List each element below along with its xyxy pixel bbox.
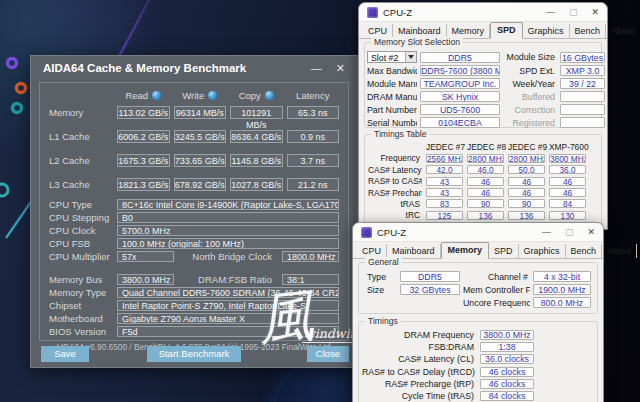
dropdown-button[interactable] [405,52,416,62]
start-benchmark-button[interactable]: Start Benchmark [147,346,241,362]
north-bridge-clock-value: 1800.0 MHz [282,251,339,262]
dram-frequency-label: DRAM Frequency [362,330,476,340]
buffered-label: Buffered [503,92,557,102]
cas-latency-cl-value: 36.0 clocks [480,354,534,364]
cpuz-window-title: CPU-Z [383,7,412,18]
row-label: CPU Clock [49,225,113,236]
cas-latency-label: CAS# Latency [368,165,422,175]
minimize-icon[interactable]: — [542,228,551,237]
l2-latency-value: 3.7 ns [287,154,340,167]
memory-read-value: 113.02 GB/s [117,106,170,119]
ras-precharge-value: 43 [426,188,463,197]
teal-ring [13,104,22,113]
spd-ext-value: XMP 3.0 [560,65,605,76]
cpuz-memory-titlebar[interactable]: CPU-Z — ▢ ✕ [353,223,603,242]
tab-mainboard[interactable]: Mainboard [393,24,447,38]
tab-graphics[interactable]: Graphics [519,244,566,258]
latency-column-label: Latency [296,90,329,101]
row-label: Memory Bus [49,274,113,285]
tab-memory[interactable]: Memory [441,242,490,259]
close-icon[interactable]: ✕ [587,228,595,237]
cpu-multiplier-value: 57x [117,251,174,262]
cpuz-app-icon [361,227,372,238]
uncore-frequency-label: Uncore Frequency [463,298,530,308]
tab-spd[interactable]: SPD [490,22,523,39]
tab-cpu[interactable]: CPU [357,244,387,258]
tras-value: 83 [426,199,463,208]
xmp-column-header: XMP-7600 [549,142,586,152]
cpuz-spd-titlebar[interactable]: CPU-Z — ▢ ✕ [359,3,607,22]
l2-read-value: 1675.3 GB/s [117,154,170,167]
table-row-l2: L2 Cache 1675.3 GB/s 733.65 GB/s 1145.8 … [49,154,339,167]
bios-version-value: F5d [117,326,339,337]
tab-spd[interactable]: SPD [489,244,519,258]
close-icon[interactable]: ✕ [591,8,599,17]
ras-to-cas-label: RAS# to CAS# [368,176,422,186]
mem-controller-freq-value: 1900.0 MHz [533,284,591,295]
tab-memory[interactable]: Memory [447,24,491,38]
aida64-window: AIDA64 Cache & Memory Benchmark — ✕ Read… [30,55,358,368]
tab-bench[interactable]: Bench [570,24,607,38]
memory-slot-select[interactable]: Slot #2 [367,51,417,63]
memory-copy-value: 101291 MB/s [230,106,283,119]
cpuz-window-title: CPU-Z [377,227,406,238]
row-label: CPU Stepping [49,212,113,223]
trc-value: 136 [467,211,504,220]
size-label: Size [367,285,397,295]
row-label: L3 Cache [49,179,113,190]
aida64-content-panel: Read Write Copy Latency Memory 113.02 GB… [39,82,349,341]
row-label: CPU FSB [49,238,113,249]
cas-latency-value: 46.0 [467,165,504,174]
row-label: BIOS Version [49,326,113,337]
benchmark-sphere-icon [208,91,217,100]
cas-latency-cl-label: CAS# Latency (CL) [362,354,476,364]
row-label: Memory Type [49,287,113,298]
tab-about[interactable]: About [606,24,640,38]
benchmark-sphere-icon [152,91,161,100]
cpuz-app-icon [367,7,378,18]
dram-fsb-ratio-value: 38:1 [282,274,339,285]
week-year-label: Week/Year [503,79,557,89]
aida64-titlebar[interactable]: AIDA64 Cache & Memory Benchmark — ✕ [31,56,357,80]
close-icon[interactable]: ✕ [336,63,345,74]
tab-cpu[interactable]: CPU [363,24,393,38]
save-button[interactable]: Save [41,346,89,362]
maximize-icon: ▢ [565,228,574,237]
trp-value: 46 clocks [480,379,534,389]
frequency-value: 2800 MHz [508,154,545,163]
group-label: Memory Slot Selection [371,37,463,47]
uncore-frequency-value: 800.0 MHz [533,297,591,308]
motherboard-value: Gigabyte Z790 Aorus Master X [117,313,339,324]
tab-bench[interactable]: Bench [566,244,603,258]
dram-frequency-value: 3800.0 MHz [480,330,534,340]
l1-latency-value: 0.9 ns [287,130,340,143]
minimize-icon[interactable]: — [546,8,555,17]
ras-precharge-value: 46 [549,188,586,197]
trc-label: tRC [368,210,422,220]
memory-slot-selection-group: Memory Slot Selection Slot #2 DDR5 Modul… [364,42,602,128]
tras-value: 84 [549,199,586,208]
type-value: DDR5 [400,271,460,282]
cas-latency-value: 36.0 [549,165,586,174]
cpuz-memory-window: CPU-Z — ▢ ✕ CPU Mainboard Memory SPD Gra… [352,222,604,402]
orange-ring [17,84,26,93]
tab-about[interactable]: About [602,244,637,258]
tab-graphics[interactable]: Graphics [523,24,570,38]
table-row-memory: Memory 113.02 GB/s 96314 MB/s 101291 MB/… [49,106,339,119]
size-value: 32 GBytes [400,284,460,295]
tab-mainboard[interactable]: Mainboard [387,244,441,258]
buffered-value [560,91,605,102]
max-bandwidth-label: Max Bandwidth [367,66,417,76]
timings-table-group: Timings Table JEDEC #7 JEDEC #8 JEDEC #9… [364,134,602,229]
write-column-label: Write [182,90,204,101]
l3-copy-value: 1027.8 GB/s [230,178,283,191]
cpu-clock-value: 5700.0 MHz [117,225,339,236]
cas-latency-value: 50.0 [508,165,545,174]
tras-value: 90 [508,199,545,208]
dram-fsb-ratio-label: DRAM:FSB Ratio [178,274,278,285]
part-number-label: Part Number [367,105,417,115]
l2-write-value: 733.65 GB/s [174,154,227,167]
ras-precharge-label: RAS# Precharge [368,188,422,198]
minimize-icon[interactable]: — [311,63,322,74]
close-button[interactable]: Close [307,346,349,362]
